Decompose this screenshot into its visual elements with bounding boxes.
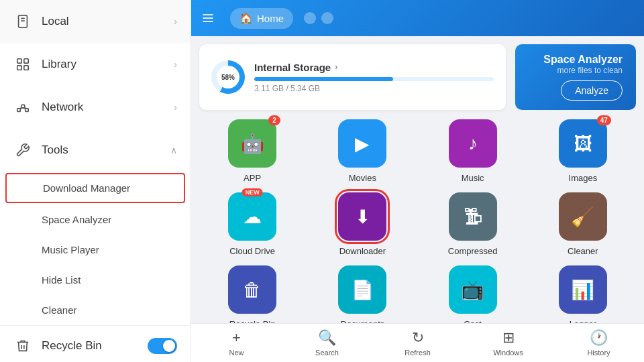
space-analyzer-subtitle: more files to clean [557,66,623,75]
sidebar-local-label: Local [42,15,174,28]
images-badge: 47 [597,115,611,125]
storage-size: 3.11 GB / 5.34 GB [254,84,494,93]
documents-icon: 📄 [338,265,386,314]
sidebar-library-label: Library [42,58,174,71]
breadcrumb [304,0,333,36]
grid-item-documents[interactable]: 📄Documents [312,265,413,323]
recycle-bin-label: Recycle Bin [42,339,148,353]
subitem-music-player[interactable]: Music Player [0,235,191,265]
sidebar-item-library[interactable]: Library › [0,43,191,86]
subitem-cleaner[interactable]: Cleaner [0,295,191,325]
storage-circle: 58% [211,60,245,94]
toolbar-item-windows[interactable]: ⊞Windows [463,325,553,361]
toolbar-item-new[interactable]: +New [191,325,282,361]
downloader-icon: ⬇ [338,192,386,241]
cleaner-label: Cleaner [568,246,598,256]
app-label: APP [244,173,261,183]
sidebar: Local › Library › Network › Tools ∧ Down… [0,0,191,362]
tools-icon [13,141,32,160]
svg-rect-9 [25,109,29,112]
library-icon [13,55,32,74]
storage-bar-wrap [254,77,494,81]
storage-label: Internal Storage [254,62,331,73]
grid-item-cleaner[interactable]: 🧹Cleaner [533,192,633,256]
storage-card[interactable]: 58% Internal Storage › 3.11 GB / 5.34 GB [199,44,506,110]
space-analyzer-title: Space Analyzer [543,54,623,66]
tools-subitems: Download Manager Space Analyzer Music Pl… [0,173,191,325]
compressed-label: Compressed [448,246,498,256]
subitem-space-analyzer[interactable]: Space Analyzer [0,204,191,235]
breadcrumb-dot-1[interactable] [304,12,316,24]
svg-rect-0 [19,15,28,27]
content-area: 58% Internal Storage › 3.11 GB / 5.34 GB [191,36,644,323]
grid-item-logger[interactable]: 📊Logger [533,265,633,323]
music-icon: ♪ [449,119,497,168]
home-button[interactable]: 🏠 Home [230,8,293,29]
search-toolbar-label: Search [315,349,339,357]
grid-item-images[interactable]: 🖼47Images [533,119,633,183]
cast-icon: 📺 [449,265,497,314]
tools-label: Tools [42,143,170,157]
bottom-toolbar: +New🔍Search↻Refresh⊞Windows🕐History [191,323,644,362]
network-chevron-icon: › [174,102,177,113]
cloud-drive-icon: ☁NEW [228,192,276,241]
analyze-button[interactable]: Analyze [561,80,623,101]
toolbar-item-search[interactable]: 🔍Search [282,325,372,361]
cast-label: Cast [464,319,482,323]
grid-item-compressed[interactable]: 🗜Compressed [423,192,523,256]
hamburger-button[interactable] [191,0,225,36]
toolbar-item-refresh[interactable]: ↻Refresh [372,325,463,361]
network-icon [13,98,32,117]
app-grid: 🤖2APP▶Movies♪Music🖼47Images☁NEWCloud Dri… [199,119,636,323]
sidebar-network-label: Network [42,101,174,114]
new-toolbar-label: New [229,349,244,357]
compressed-icon: 🗜 [449,192,497,241]
space-analyzer-panel: Space Analyzer more files to clean Analy… [515,44,636,110]
grid-item-app[interactable]: 🤖2APP [202,119,303,183]
svg-rect-4 [24,59,28,63]
top-section: 58% Internal Storage › 3.11 GB / 5.34 GB [199,44,636,110]
recycle-bin-label: Recycle Bin [229,319,276,323]
recycle-bin-icon: 🗑 [228,265,276,314]
sidebar-item-local[interactable]: Local › [0,0,191,43]
subitem-hide-list[interactable]: Hide List [0,265,191,295]
local-icon [13,12,32,31]
grid-item-recycle-bin[interactable]: 🗑Recycle Bin [202,265,303,323]
storage-arrow-icon: › [335,62,337,72]
home-label: Home [257,13,284,24]
grid-item-cast[interactable]: 📺Cast [423,265,523,323]
images-icon: 🖼47 [559,119,607,168]
tools-section: Tools ∧ Download Manager Space Analyzer … [0,129,191,325]
cloud-drive-badge: NEW [242,188,263,196]
cloud-drive-label: Cloud Drive [229,246,275,256]
toolbar-item-history[interactable]: 🕐History [553,325,644,361]
recycle-bin-icon [13,337,32,355]
sidebar-item-tools[interactable]: Tools ∧ [0,129,191,172]
grid-item-movies[interactable]: ▶Movies [312,119,413,183]
grid-item-music[interactable]: ♪Music [423,119,523,183]
svg-line-11 [23,108,27,109]
sidebar-item-recycle-bin[interactable]: Recycle Bin [0,325,191,362]
recycle-bin-toggle[interactable] [148,338,177,354]
refresh-toolbar-label: Refresh [405,349,431,357]
cleaner-icon: 🧹 [559,192,607,241]
new-toolbar-icon: + [232,329,241,347]
images-label: Images [569,173,598,183]
tools-chevron-icon: ∧ [170,145,177,156]
music-label: Music [462,173,484,183]
grid-item-cloud-drive[interactable]: ☁NEWCloud Drive [202,192,303,256]
movies-label: Movies [349,173,376,183]
windows-toolbar-label: Windows [493,349,523,357]
logger-label: Logger [570,319,596,323]
subitem-download-manager[interactable]: Download Manager [5,173,185,203]
svg-rect-5 [17,66,21,70]
grid-item-downloader[interactable]: ⬇Downloader [312,192,413,256]
sidebar-item-network[interactable]: Network › [0,86,191,129]
storage-percent: 58% [217,66,239,88]
history-toolbar-label: History [587,349,610,357]
refresh-toolbar-icon: ↻ [412,329,424,347]
breadcrumb-dot-2[interactable] [321,12,333,24]
main-header: 🏠 Home [191,0,644,36]
logger-icon: 📊 [559,265,607,314]
documents-label: Documents [341,319,385,323]
